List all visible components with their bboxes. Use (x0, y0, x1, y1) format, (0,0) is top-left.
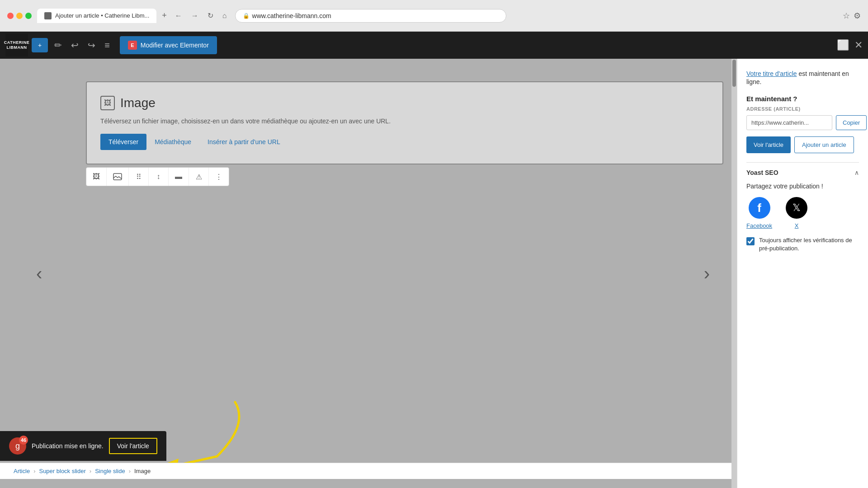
menu-button[interactable]: ≡ (102, 38, 113, 53)
elementor-logo: E (128, 41, 137, 50)
elementor-button[interactable]: E Modifier avec Elementor (120, 36, 217, 54)
facebook-social-item: f Facebook (746, 197, 772, 229)
elementor-label: Modifier avec Elementor (141, 42, 209, 49)
breadcrumb-current: Image (134, 468, 151, 474)
address-label: ADRESSE (ARTICLE) (746, 106, 859, 112)
main-layout: 🖼 Image Téléversez un fichier image, cho… (0, 59, 868, 488)
extensions-button[interactable]: ⚙ (854, 11, 861, 21)
avatar: g 46 (9, 437, 26, 455)
prepublication-checkbox-row: Toujours afficher les vérifications de p… (746, 236, 859, 253)
address-row: Copier (746, 115, 859, 130)
scrollbar-thumb[interactable] (732, 60, 736, 87)
redo-button[interactable]: ↪ (85, 37, 98, 53)
more-options-icon[interactable]: ⋮ (209, 168, 229, 186)
article-title-link[interactable]: Votre titre d'article (746, 70, 797, 77)
block-toolbar: 🖼 ⠿ ↕ ▬ ⚠ ⋮ (86, 167, 229, 186)
undo-button[interactable]: ↩ (68, 37, 81, 53)
drag-handle-icon[interactable]: ⠿ (129, 168, 149, 186)
yoast-title: Yoast SEO (746, 169, 778, 176)
image-icon: 🖼 (100, 96, 115, 110)
panel-publish-message: Votre titre d'article est maintenant en … (746, 70, 859, 86)
toolbar-right: ⬜ ✕ (837, 39, 863, 51)
address-input[interactable] (746, 115, 832, 130)
forward-button[interactable]: → (189, 10, 201, 22)
refresh-button[interactable]: ↻ (205, 9, 216, 22)
wp-toolbar: CATHERINE LIBMANN + ✏ ↩ ↪ ≡ E Modifier a… (0, 32, 868, 59)
televerser-button[interactable]: Téléverser (100, 134, 146, 150)
back-button[interactable]: ← (172, 10, 185, 22)
prepublication-checkbox[interactable] (746, 237, 755, 245)
image-block-header: 🖼 Image (100, 96, 709, 110)
yoast-section-header[interactable]: Yoast SEO ∧ (746, 162, 859, 183)
image-actions: Téléverser Médiathèque Insérer à partir … (100, 134, 709, 150)
browser-tab[interactable]: Ajouter un article • Catherine Libm... (37, 9, 156, 23)
dot-yellow[interactable] (16, 13, 23, 19)
copy-button[interactable]: Copier (836, 115, 867, 130)
star-button[interactable]: ☆ (843, 11, 850, 21)
share-label: Partagez votre publication ! (746, 183, 859, 190)
tab-label: Ajouter un article • Catherine Libm... (55, 12, 149, 19)
next-slide-button[interactable]: › (704, 263, 710, 284)
x-social-item: 𝕏 X (786, 197, 807, 229)
x-link[interactable]: X (795, 222, 799, 229)
breadcrumb-slider[interactable]: Super block slider (39, 468, 85, 474)
notification-bar: g 46 Publication mise en ligne. Voir l'a… (0, 431, 166, 461)
editor-area: 🖼 Image Téléversez un fichier image, cho… (0, 59, 737, 488)
dot-red[interactable] (7, 13, 14, 19)
align-icon[interactable]: ▬ (169, 168, 189, 186)
image-block-desc: Téléversez un fichier image, choisissez-… (100, 117, 709, 125)
yoast-chevron-icon: ∧ (854, 169, 859, 176)
warning-icon[interactable]: ⚠ (189, 168, 209, 186)
browser-chrome: Ajouter un article • Catherine Libm... +… (0, 0, 868, 32)
home-button[interactable]: ⌂ (220, 10, 230, 22)
right-panel: Votre titre d'article est maintenant en … (737, 59, 868, 488)
panel-section-title: Et maintenant ? (746, 95, 859, 103)
add-block-button[interactable]: + (32, 38, 48, 52)
social-icons-row: f Facebook 𝕏 X (746, 197, 859, 229)
facebook-icon[interactable]: f (749, 197, 770, 219)
lock-icon: 🔒 (243, 13, 250, 19)
browser-actions: ☆ ⚙ (843, 11, 861, 21)
browser-dots (7, 13, 32, 19)
close-button[interactable]: ✕ (854, 39, 863, 51)
panel-action-row: Voir l'article Ajouter un article (746, 136, 859, 153)
facebook-link[interactable]: Facebook (746, 222, 772, 229)
image-block-title: Image (120, 96, 156, 110)
wp-logo: CATHERINE LIBMANN (5, 34, 28, 56)
image-block: 🖼 Image Téléversez un fichier image, cho… (86, 81, 723, 164)
inserer-url-link[interactable]: Insérer à partir d'une URL (199, 134, 288, 150)
address-text: www.catherine-libmann.com (252, 12, 331, 19)
voir-article-panel-button[interactable]: Voir l'article (746, 136, 791, 153)
notification-badge: 46 (19, 436, 28, 445)
browser-nav: ← → ↻ ⌂ (172, 9, 230, 22)
ajouter-article-button[interactable]: Ajouter un article (794, 136, 854, 153)
move-icon[interactable]: ↕ (149, 168, 169, 186)
prepublication-label: Toujours afficher les vérifications de p… (759, 236, 859, 253)
x-icon[interactable]: 𝕏 (786, 197, 807, 219)
address-bar[interactable]: 🔒 www.catherine-libmann.com (235, 9, 506, 23)
scrollbar-right[interactable] (731, 59, 737, 488)
prev-slide-button[interactable]: ‹ (36, 263, 42, 284)
breadcrumb-article[interactable]: Article (14, 468, 30, 474)
breadcrumb-slide[interactable]: Single slide (95, 468, 125, 474)
notification-message: Publication mise en ligne. (32, 442, 104, 450)
tab-favicon (44, 12, 52, 19)
pencil-button[interactable]: ✏ (52, 37, 65, 53)
new-tab-button[interactable]: + (162, 11, 167, 20)
monitor-icon[interactable]: ⬜ (837, 39, 849, 51)
dot-green[interactable] (25, 13, 32, 19)
mediatheque-link[interactable]: Médiathèque (146, 134, 199, 150)
block-image-icon[interactable] (107, 168, 129, 186)
block-type-icon[interactable]: 🖼 (86, 168, 107, 186)
breadcrumb: Article › Super block slider › Single sl… (0, 463, 737, 479)
voir-article-notification-button[interactable]: Voir l'article (109, 438, 157, 454)
